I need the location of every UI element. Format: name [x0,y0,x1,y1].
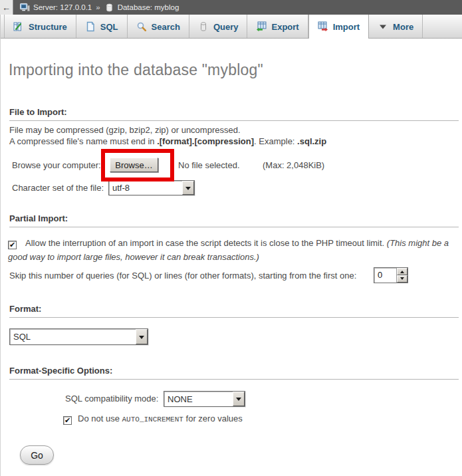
go-button[interactable]: Go [20,445,54,465]
spinner [396,268,407,283]
tab-query[interactable]: Query [189,15,248,39]
tab-label: Search [152,22,180,32]
dropdown-arrow-icon[interactable] [182,181,194,195]
spinner-down-icon[interactable] [397,275,407,283]
section-heading-partial-import: Partial Import: [9,213,459,227]
breadcrumb-server[interactable]: Server: 127.0.0.1 [33,3,92,11]
browse-button[interactable]: Browse… [110,158,158,172]
spinner-up-icon[interactable] [397,268,407,275]
server-icon [20,3,30,13]
section-heading-file-to-import: File to Import: [9,107,459,121]
breadcrumb-separator: » [95,3,100,11]
tab-structure[interactable]: Structure [4,15,76,39]
auto-increment-label: Do not use AUTO_INCREMENT for zero value… [78,414,243,423]
auto-increment-checkbox[interactable]: ✔ [63,416,72,425]
tab-import[interactable]: Import [308,15,369,39]
browse-your-computer-label: Browse your computer: [12,160,101,170]
tab-sql[interactable]: SQL [76,15,128,39]
skip-queries-input[interactable]: 0 [374,267,408,283]
skip-queries-label: Skip this number of queries (for SQL) or… [9,271,356,281]
topbar: ← Server: 127.0.0.1 » Database: myblog [0,0,462,15]
tab-label: Structure [29,22,67,32]
database-icon [104,3,114,13]
page-title: Importing into the database "myblog" [9,61,263,79]
allow-interruption-checkbox[interactable]: ✔ [8,241,17,249]
section-heading-format-specific-options: Format-Specific Options: [9,366,459,380]
format-select-value: SQL [13,332,31,342]
tabbar: Structure SQL Search Query Export Import [0,15,462,39]
tab-export[interactable]: Export [247,15,308,39]
chevron-down-icon [378,21,388,32]
tab-label: Query [213,22,239,32]
breadcrumb: Server: 127.0.0.1 » Database: myblog [20,3,179,13]
section-heading-format: Format: [9,304,459,318]
charset-select-value: utf-8 [112,183,130,193]
dropdown-arrow-icon[interactable] [136,329,148,344]
tab-label: SQL [100,22,118,32]
format-select[interactable]: SQL [9,328,148,345]
dropdown-arrow-icon[interactable] [233,392,245,406]
max-size-text: (Max: 2,048KiB) [263,160,324,170]
compression-note: File may be compressed (gzip, bzip2, zip… [9,125,326,147]
sql-compatibility-label: SQL compatibility mode: [65,394,158,404]
skip-queries-value: 0 [374,268,396,283]
import-icon [318,21,328,32]
compression-note-line2: A compressed file's name must end in .[f… [9,136,326,146]
allow-interruption-row: ✔Allow the interruption of an import in … [8,236,456,264]
tab-label: Import [333,22,360,32]
structure-icon [13,21,24,32]
tab-label: More [393,22,413,32]
charset-label: Character set of the file: [12,183,104,193]
sql-compatibility-value: NONE [168,394,193,404]
breadcrumb-database[interactable]: Database: myblog [118,3,179,11]
tab-search[interactable]: Search [128,15,189,39]
no-file-selected-text: No file selected. [178,160,240,170]
search-icon [136,21,147,32]
query-icon [198,21,209,32]
sql-compatibility-select[interactable]: NONE [164,391,245,407]
allow-interruption-label: Allow the interruption of an import in c… [25,238,387,248]
charset-select[interactable]: utf-8 [108,180,195,195]
sql-icon [85,21,96,32]
export-icon [256,21,267,32]
tab-more[interactable]: More [369,15,423,39]
tab-label: Export [271,22,298,32]
compression-note-line1: File may be compressed (gzip, bzip2, zip… [9,125,241,135]
auto-increment-row: ✔Do not use AUTO_INCREMENT for zero valu… [63,414,243,425]
back-arrow-button[interactable]: ← [0,0,13,15]
